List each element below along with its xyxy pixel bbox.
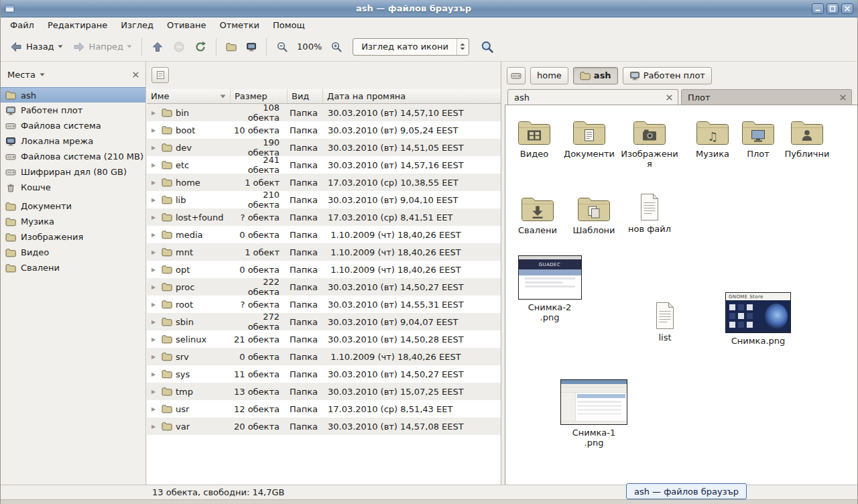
back-dropdown-icon[interactable] xyxy=(58,45,63,48)
expander-icon[interactable]: ▶ xyxy=(151,127,158,133)
sidebar-item-music[interactable]: Музика xyxy=(1,214,145,229)
expander-icon[interactable]: ▶ xyxy=(151,180,158,186)
file-row-dev[interactable]: ▶dev190 обектаПапка30.03.2010 (вт) 14,51… xyxy=(147,139,501,156)
file-row-bin[interactable]: ▶bin108 обектаПапка30.03.2010 (вт) 14,57… xyxy=(147,104,501,121)
sidebar-item-downloads[interactable]: Свалени xyxy=(1,260,145,275)
icon-item-documents[interactable]: Документи xyxy=(557,118,621,159)
icon-item-snimka[interactable]: GNOME StoreСнимка.png xyxy=(726,292,790,346)
file-row-home[interactable]: ▶home1 обектПапка17.03.2010 (ср) 10,38,5… xyxy=(147,174,501,191)
location-toggle-button[interactable] xyxy=(151,67,169,83)
file-row-sys[interactable]: ▶sys11 обектаПапка30.03.2010 (вт) 14,50,… xyxy=(147,365,501,383)
tab-label: Плот xyxy=(688,92,837,103)
icon-item-list[interactable]: list xyxy=(633,302,697,342)
tab-close-icon[interactable] xyxy=(664,92,674,103)
tab-close-icon[interactable] xyxy=(837,92,848,103)
zoom-in-button[interactable] xyxy=(326,36,347,58)
up-button[interactable] xyxy=(147,36,168,58)
menu-file[interactable]: Файл xyxy=(3,19,41,32)
file-row-proc[interactable]: ▶proc222 обектаПапка30.03.2010 (вт) 14,5… xyxy=(147,278,501,296)
expander-icon[interactable]: ▶ xyxy=(151,371,158,377)
expander-icon[interactable]: ▶ xyxy=(151,389,158,395)
file-row-lib[interactable]: ▶lib210 обектаПапка30.03.2010 (вт) 9,04,… xyxy=(147,191,501,208)
icon-item-templates[interactable]: Шаблони xyxy=(562,194,626,235)
icon-item-public[interactable]: Публични xyxy=(775,118,839,159)
expander-icon[interactable]: ▶ xyxy=(151,406,158,412)
file-row-boot[interactable]: ▶boot10 обектаПапка30.03.2010 (вт) 9,05,… xyxy=(147,121,501,139)
zoom-out-button[interactable] xyxy=(271,36,293,58)
expander-icon[interactable]: ▶ xyxy=(151,197,158,203)
view-mode-selector[interactable]: Изглед като икони xyxy=(353,38,469,56)
titlebar[interactable]: ash — файлов браузър xyxy=(1,0,857,17)
expander-icon[interactable]: ▶ xyxy=(151,232,158,238)
sidebar-item-filesystem-210mb[interactable]: Файлова система (210 MB) xyxy=(1,149,145,164)
pathbar-button-label: ash xyxy=(594,70,611,80)
expander-icon[interactable]: ▶ xyxy=(151,267,158,273)
menu-go[interactable]: Отиване xyxy=(160,19,212,32)
spinner-arrows-icon[interactable] xyxy=(456,39,469,55)
expander-icon[interactable]: ▶ xyxy=(151,424,158,430)
file-row-var[interactable]: ▶var20 обектаПапка30.03.2010 (вт) 14,57,… xyxy=(147,418,501,435)
reload-button[interactable] xyxy=(190,36,211,58)
file-row-srv[interactable]: ▶srv0 обектаПапка 1.10.2009 (чт) 18,40,2… xyxy=(147,348,501,365)
file-row-mnt[interactable]: ▶mnt1 обектПапка 1.10.2009 (чт) 18,40,26… xyxy=(147,243,501,261)
expander-icon[interactable]: ▶ xyxy=(151,302,158,308)
expander-icon[interactable]: ▶ xyxy=(151,249,158,255)
pathbar-button-home[interactable]: home xyxy=(530,67,568,84)
maximize-button[interactable] xyxy=(826,3,839,14)
sidebar-item-filesystem[interactable]: Файлова система xyxy=(1,118,145,133)
stop-button[interactable] xyxy=(168,36,190,58)
icon-item-snimka-2[interactable]: GUADECСнимка-2.png xyxy=(517,255,582,322)
sidebar-item-videos[interactable]: Видео xyxy=(1,245,145,260)
menu-view[interactable]: Изглед xyxy=(114,19,160,32)
icon-item-new-file[interactable]: нов файл xyxy=(617,193,682,234)
file-row-etc[interactable]: ▶etc241 обектаПапка30.03.2010 (вт) 14,57… xyxy=(147,156,501,174)
forward-button[interactable]: Напред xyxy=(68,36,137,58)
menu-bookmarks[interactable]: Отметки xyxy=(212,19,265,32)
minimize-button[interactable] xyxy=(812,3,824,14)
file-row-usr[interactable]: ▶usr12 обектаПапка17.03.2010 (ср) 8,51,4… xyxy=(147,400,501,418)
close-button[interactable] xyxy=(841,3,853,14)
sidebar-item-documents[interactable]: Документи xyxy=(1,198,145,214)
search-button[interactable] xyxy=(476,36,499,58)
file-row-tmp[interactable]: ▶tmp13 обектаПапка30.03.2010 (вт) 15,07,… xyxy=(147,383,501,400)
expander-icon[interactable]: ▶ xyxy=(151,284,158,290)
expander-icon[interactable]: ▶ xyxy=(151,110,158,116)
sidebar-item-ash[interactable]: ash xyxy=(1,87,145,103)
file-row-root[interactable]: ▶root? обектаПапка30.03.2010 (вт) 14,55,… xyxy=(147,296,501,313)
back-button[interactable]: Назад xyxy=(5,36,68,58)
expander-icon[interactable]: ▶ xyxy=(151,214,158,220)
icon-item-pictures[interactable]: Изображения xyxy=(617,118,682,169)
file-row-selinux[interactable]: ▶selinux21 обектаПапка30.03.2010 (вт) 14… xyxy=(147,330,501,348)
icon-item-downloads[interactable]: Свалени xyxy=(505,194,570,235)
expander-icon[interactable]: ▶ xyxy=(151,319,158,325)
column-header-type[interactable]: Вид xyxy=(288,89,323,103)
icon-item-snimka-1[interactable]: Снимка-1.png xyxy=(562,379,626,448)
places-close-icon[interactable] xyxy=(133,72,139,78)
menu-help[interactable]: Помощ xyxy=(266,19,312,32)
file-row-sbin[interactable]: ▶sbin272 обектаПапка30.03.2010 (вт) 9,04… xyxy=(147,313,501,330)
sidebar-item-pictures[interactable]: Изображения xyxy=(1,229,145,245)
file-row-media[interactable]: ▶media0 обектаПапка 1.10.2009 (чт) 18,40… xyxy=(147,226,501,243)
sidebar-item-trash[interactable]: Кошче xyxy=(1,180,145,195)
file-row-opt[interactable]: ▶opt0 обектаПапка 1.10.2009 (чт) 18,40,2… xyxy=(147,261,501,278)
sidebar-item-encrypted-80gb[interactable]: Шифриран дял (80 GB) xyxy=(1,164,145,180)
expander-icon[interactable]: ▶ xyxy=(151,145,158,151)
column-header-name[interactable]: Име xyxy=(147,89,231,103)
home-button[interactable] xyxy=(221,36,241,58)
menu-edit[interactable]: Редактиране xyxy=(41,19,114,32)
places-dropdown-icon[interactable] xyxy=(40,73,45,76)
pathbar-button-root[interactable] xyxy=(507,67,526,84)
expander-icon[interactable]: ▶ xyxy=(151,336,158,342)
expander-icon[interactable]: ▶ xyxy=(151,354,158,360)
tab-plot[interactable]: Плот xyxy=(681,89,852,105)
computer-button[interactable] xyxy=(241,36,261,58)
column-header-size[interactable]: Размер xyxy=(231,89,288,103)
pathbar-button-desktop[interactable]: Работен плот xyxy=(623,67,712,84)
file-row-lost+found[interactable]: ▶lost+found? обектаПапка17.03.2010 (ср) … xyxy=(147,208,501,226)
pathbar-button-ash[interactable]: ash xyxy=(573,67,618,84)
sidebar-item-network[interactable]: Локална мрежа xyxy=(1,133,145,149)
sidebar-item-desktop[interactable]: Работен плот xyxy=(1,103,145,118)
tab-ash[interactable]: ash xyxy=(507,89,678,105)
column-header-date[interactable]: Дата на промяна xyxy=(323,89,501,103)
expander-icon[interactable]: ▶ xyxy=(151,162,158,168)
